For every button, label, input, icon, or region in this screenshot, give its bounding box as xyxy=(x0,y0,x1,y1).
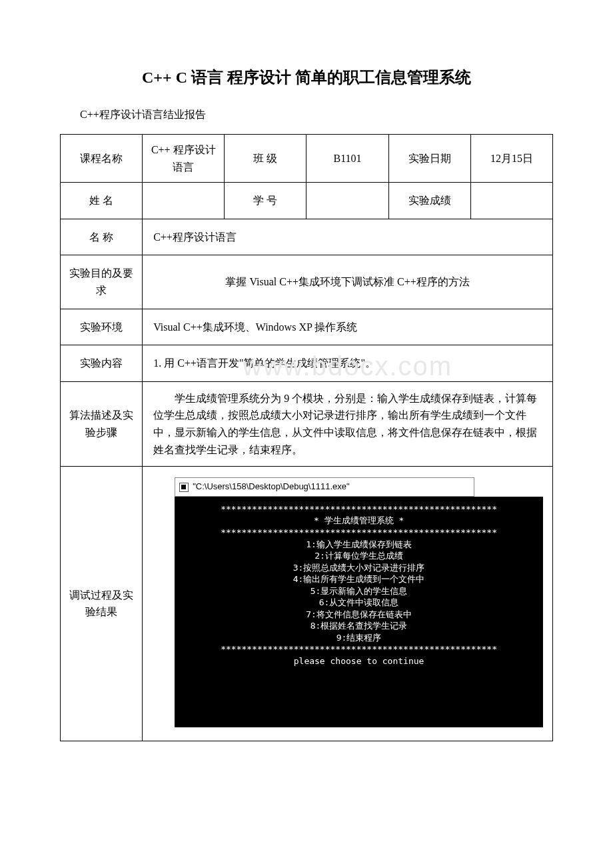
purpose-value: 掌握 Visual C++集成环境下调试标准 C++程序的方法 xyxy=(143,255,553,309)
console-titlebar: "C:\Users\158\Desktop\Debug\1111.exe" xyxy=(175,477,474,497)
console-output: ****************************************… xyxy=(175,497,543,727)
name-label: 名 称 xyxy=(61,219,143,255)
debug-label: 调试过程及实验结果 xyxy=(61,467,143,741)
table-row: 姓 名 学 号 实验成绩 xyxy=(61,183,553,219)
page-subtitle: C++程序设计语言结业报告 xyxy=(80,108,553,122)
content-value-cell: 1. 用 C++语言开发"简单的学生成绩管理系统"。 www.bdocx.com xyxy=(143,345,553,382)
table-row: 实验内容 1. 用 C++语言开发"简单的学生成绩管理系统"。 www.bdoc… xyxy=(61,345,553,382)
env-value: Visual C++集成环境、Windows XP 操作系统 xyxy=(143,309,553,345)
class-label: 班 级 xyxy=(225,135,306,183)
algorithm-value: 学生成绩管理系统分为 9 个模块，分别是：输入学生成绩保存到链表，计算每位学生总… xyxy=(143,381,553,466)
student-name-label: 姓 名 xyxy=(61,183,143,219)
table-row: 实验目的及要求 掌握 Visual C++集成环境下调试标准 C++程序的方法 xyxy=(61,255,553,309)
exp-score-value xyxy=(470,183,552,219)
name-value: C++程序设计语言 xyxy=(143,219,553,255)
env-label: 实验环境 xyxy=(61,309,143,345)
purpose-label: 实验目的及要求 xyxy=(61,255,143,309)
course-name-value: C++ 程序设计语言 xyxy=(143,135,225,183)
app-icon xyxy=(179,483,189,492)
report-table: 课程名称 C++ 程序设计语言 班 级 B1101 实验日期 12月15日 姓 … xyxy=(60,134,553,741)
algorithm-label: 算法描述及实验步骤 xyxy=(61,381,143,466)
exp-score-label: 实验成绩 xyxy=(388,183,470,219)
console-path: "C:\Users\158\Desktop\Debug\1111.exe" xyxy=(193,480,349,494)
content-value: 1. 用 C++语言开发"简单的学生成绩管理系统"。 xyxy=(153,357,376,369)
table-row: 调试过程及实验结果 "C:\Users\158\Desktop\Debug\11… xyxy=(61,467,553,741)
student-id-value xyxy=(306,183,388,219)
table-row: 算法描述及实验步骤 学生成绩管理系统分为 9 个模块，分别是：输入学生成绩保存到… xyxy=(61,381,553,466)
course-name-label: 课程名称 xyxy=(61,135,143,183)
exp-date-label: 实验日期 xyxy=(388,135,470,183)
algorithm-text: 学生成绩管理系统分为 9 个模块，分别是：输入学生成绩保存到链表，计算每位学生总… xyxy=(153,390,542,458)
student-name-value xyxy=(143,183,225,219)
debug-result-cell: "C:\Users\158\Desktop\Debug\1111.exe" **… xyxy=(143,467,553,741)
exp-date-value: 12月15日 xyxy=(470,135,552,183)
student-id-label: 学 号 xyxy=(225,183,306,219)
page-title: C++ C 语言 程序设计 简单的职工信息管理系统 xyxy=(60,67,553,88)
content-label: 实验内容 xyxy=(61,345,143,382)
table-row: 实验环境 Visual C++集成环境、Windows XP 操作系统 xyxy=(61,309,553,345)
class-value: B1101 xyxy=(306,135,388,183)
table-row: 名 称 C++程序设计语言 xyxy=(61,219,553,255)
table-row: 课程名称 C++ 程序设计语言 班 级 B1101 实验日期 12月15日 xyxy=(61,135,553,183)
